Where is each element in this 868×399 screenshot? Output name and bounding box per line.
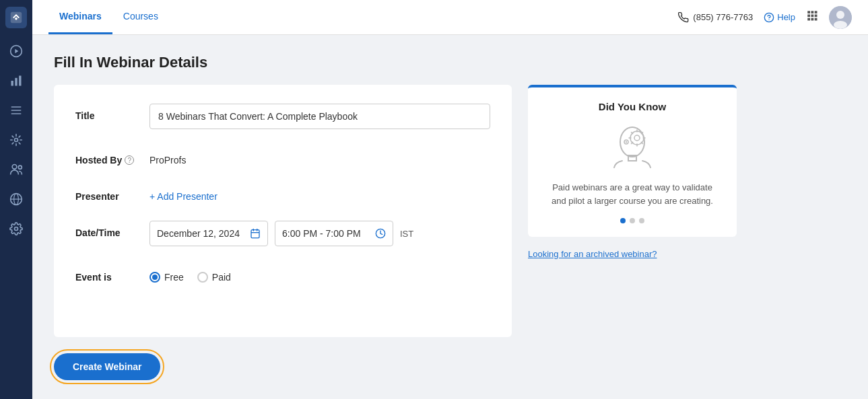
- title-field: Title: [75, 104, 490, 129]
- page-content: Fill In Webinar Details Title Hosted By …: [32, 35, 868, 399]
- hosted-by-label: Hosted By: [75, 155, 122, 166]
- datetime-field: Date/Time IST: [75, 221, 490, 246]
- hosted-by-info-icon[interactable]: ?: [125, 155, 134, 165]
- calendar-icon: [250, 228, 261, 239]
- svg-point-18: [769, 19, 770, 20]
- tab-webinars[interactable]: Webinars: [48, 0, 112, 34]
- dyk-body: Paid webinars are a great way to validat…: [544, 181, 721, 207]
- radio-free[interactable]: Free: [149, 272, 184, 283]
- svg-rect-24: [815, 15, 817, 17]
- svg-point-1: [15, 17, 18, 20]
- svg-rect-5: [15, 78, 17, 86]
- dyk-title: Did You Know: [544, 101, 721, 112]
- time-input-wrapper[interactable]: [275, 221, 393, 246]
- svg-point-30: [834, 21, 847, 29]
- svg-rect-9: [11, 113, 22, 114]
- sidebar-item-settings[interactable]: [4, 217, 28, 241]
- sidebar-item-webinars[interactable]: [4, 39, 28, 63]
- sidebar-item-people[interactable]: [4, 157, 28, 182]
- apps-grid-button[interactable]: [806, 9, 818, 25]
- svg-point-10: [15, 139, 18, 142]
- hosted-by-value: ProProfs: [149, 148, 490, 166]
- topnav-right: (855) 776-7763 Help: [678, 6, 852, 29]
- content-row: Title Hosted By ? ProProfs Presenter: [54, 85, 846, 337]
- svg-rect-6: [19, 76, 21, 86]
- topnav-tabs: Webinars Courses: [48, 0, 169, 34]
- sidebar-logo[interactable]: [5, 7, 27, 28]
- event-is-label: Event is: [75, 265, 149, 283]
- datetime-row: IST: [149, 221, 490, 246]
- topnav: Webinars Courses (855) 776-7763 Help: [32, 0, 868, 35]
- phone-icon: [678, 12, 689, 23]
- time-input[interactable]: [282, 228, 370, 239]
- svg-marker-3: [15, 49, 18, 54]
- svg-rect-31: [251, 230, 259, 238]
- radio-free-label: Free: [164, 272, 184, 283]
- date-input[interactable]: [157, 228, 244, 239]
- add-presenter-button[interactable]: + Add Presenter: [149, 184, 218, 202]
- radio-paid[interactable]: Paid: [197, 272, 231, 283]
- create-webinar-button[interactable]: Create Webinar: [54, 353, 160, 380]
- svg-rect-4: [11, 81, 13, 86]
- svg-rect-8: [11, 110, 22, 111]
- radio-paid-circle: [197, 272, 208, 283]
- dot-3[interactable]: [639, 218, 644, 223]
- svg-point-12: [18, 166, 22, 169]
- form-card: Title Hosted By ? ProProfs Presenter: [54, 85, 512, 337]
- radio-paid-label: Paid: [212, 272, 231, 283]
- title-label: Title: [75, 104, 149, 121]
- svg-rect-25: [807, 18, 810, 21]
- svg-rect-20: [811, 11, 814, 13]
- svg-rect-7: [11, 106, 22, 108]
- timezone-label: IST: [400, 229, 413, 239]
- svg-rect-22: [807, 15, 810, 17]
- svg-point-29: [836, 11, 844, 19]
- svg-point-39: [634, 135, 640, 141]
- clock-icon: [375, 228, 386, 239]
- page-title: Fill In Webinar Details: [54, 54, 846, 71]
- svg-rect-26: [811, 18, 814, 21]
- avatar[interactable]: [829, 6, 852, 29]
- sidebar-item-reports[interactable]: [4, 69, 28, 93]
- svg-rect-27: [815, 18, 817, 21]
- datetime-label: Date/Time: [75, 221, 149, 238]
- radio-free-circle: [149, 272, 160, 283]
- archived-webinar-link[interactable]: Looking for an archived webinar?: [528, 249, 657, 259]
- dyk-illustration: [609, 123, 656, 170]
- right-panel: Did You Know: [528, 85, 737, 337]
- tab-courses[interactable]: Courses: [112, 0, 169, 34]
- svg-point-16: [15, 227, 18, 231]
- sidebar-item-tools[interactable]: [4, 128, 28, 152]
- title-input[interactable]: [149, 104, 490, 129]
- presenter-label: Presenter: [75, 184, 149, 202]
- dyk-dots: [544, 218, 721, 223]
- sidebar-item-globe[interactable]: [4, 187, 28, 211]
- sidebar: [0, 0, 32, 399]
- phone-number: (855) 776-7763: [678, 12, 753, 23]
- did-you-know-card: Did You Know: [528, 85, 737, 237]
- radio-group: Free Paid: [149, 265, 231, 283]
- event-is-field: Event is Free Paid: [75, 265, 490, 283]
- hosted-by-label-wrapper: Hosted By ?: [75, 148, 149, 166]
- main-wrapper: Webinars Courses (855) 776-7763 Help Fil…: [32, 0, 868, 399]
- hosted-by-field: Hosted By ? ProProfs: [75, 148, 490, 166]
- svg-rect-19: [807, 11, 810, 13]
- dot-1[interactable]: [620, 218, 626, 223]
- svg-point-49: [626, 141, 627, 143]
- create-btn-wrapper: Create Webinar: [54, 353, 846, 380]
- svg-rect-21: [815, 11, 817, 13]
- svg-point-11: [12, 165, 17, 170]
- sidebar-item-list[interactable]: [4, 98, 28, 122]
- help-icon: [764, 12, 774, 23]
- date-input-wrapper[interactable]: [149, 221, 268, 246]
- help-button[interactable]: Help: [764, 12, 795, 23]
- presenter-field: Presenter + Add Presenter: [75, 184, 490, 202]
- dot-2[interactable]: [630, 218, 635, 223]
- svg-rect-23: [811, 15, 814, 17]
